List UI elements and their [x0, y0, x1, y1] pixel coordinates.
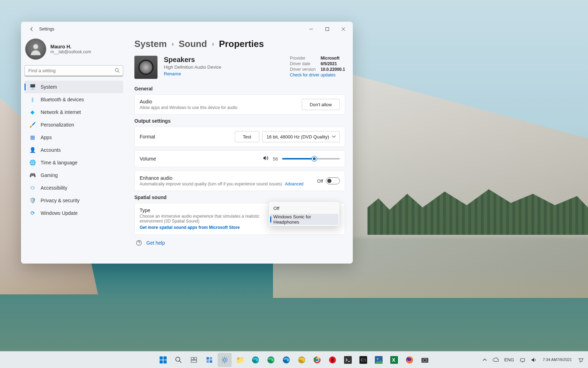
crumb-system[interactable]: System: [134, 39, 167, 49]
taskbar-app-excel[interactable]: X: [387, 353, 401, 367]
speaker-icon: [134, 56, 158, 79]
system-tray: ENG 7:34 AM 7/9/2021: [481, 353, 588, 367]
help-row: Get help: [134, 240, 345, 246]
back-button[interactable]: [27, 24, 37, 34]
svg-rect-8: [191, 360, 197, 362]
close-button[interactable]: [335, 23, 351, 35]
search-input[interactable]: [24, 65, 123, 76]
sidebar: Mauro H. m__lab@outlook.com 🖥️SystemᛒBlu…: [21, 36, 127, 264]
taskbar-app-edge-dev[interactable]: [264, 353, 278, 367]
chrome-icon: [313, 356, 321, 364]
taskbar-app-edge-canary[interactable]: [295, 353, 309, 367]
nav-label: Windows Update: [41, 210, 78, 216]
rename-link[interactable]: Rename: [164, 71, 181, 76]
taskbar-app-cmd[interactable]: C:\: [356, 353, 370, 367]
nav-label: Apps: [41, 135, 52, 140]
svg-rect-34: [520, 359, 525, 361]
terminal-icon: [344, 356, 352, 364]
tray-network[interactable]: [518, 353, 527, 367]
nav-label: System: [41, 84, 57, 90]
sidebar-item-personalization[interactable]: 🖌️Personalization: [24, 118, 123, 131]
menu-item-windows-sonic[interactable]: Windows Sonic for Headphones: [270, 214, 338, 225]
taskbar-app-terminal[interactable]: [341, 353, 355, 367]
taskbar-app-chrome[interactable]: [310, 353, 324, 367]
crumb-sound[interactable]: Sound: [179, 39, 207, 49]
nav-label: Accounts: [41, 147, 61, 153]
svg-rect-7: [194, 357, 197, 360]
tray-onedrive[interactable]: [490, 353, 501, 367]
test-button[interactable]: Test: [235, 131, 259, 142]
tray-overflow[interactable]: [481, 353, 489, 367]
sidebar-item-apps[interactable]: ▦Apps: [24, 131, 123, 144]
user-card[interactable]: Mauro H. m__lab@outlook.com: [24, 36, 123, 64]
enhance-toggle[interactable]: [326, 177, 340, 184]
card-enhance-audio: Enhance audio Automatically improve soun…: [134, 171, 345, 191]
sidebar-item-accounts[interactable]: 👤Accounts: [24, 144, 123, 156]
start-button[interactable]: [156, 353, 170, 367]
minimize-icon: [309, 27, 313, 31]
dont-allow-button[interactable]: Don't allow: [302, 99, 340, 110]
taskbar-app-settings[interactable]: [218, 353, 232, 367]
crumb-properties: Properties: [219, 39, 264, 49]
edge-canary-icon: [298, 356, 306, 364]
sidebar-item-time-language[interactable]: 🌐Time & language: [24, 156, 123, 169]
advanced-link[interactable]: Advanced: [285, 182, 303, 186]
svg-point-22: [331, 357, 334, 363]
nav-icon: ▦: [29, 134, 36, 141]
sidebar-item-privacy-security[interactable]: 🛡️Privacy & security: [24, 194, 123, 207]
chevron-down-icon: [332, 135, 336, 140]
maximize-button[interactable]: [319, 23, 335, 35]
svg-rect-6: [191, 357, 194, 360]
sidebar-item-bluetooth-devices[interactable]: ᛒBluetooth & devices: [24, 93, 123, 106]
opera-icon: [329, 356, 336, 364]
sidebar-item-system[interactable]: 🖥️System: [24, 81, 123, 93]
taskbar-app-explorer[interactable]: 📁: [233, 353, 247, 367]
svg-point-5: [176, 357, 180, 361]
svg-text:X: X: [392, 357, 396, 363]
section-spatial: Spatial sound: [134, 195, 345, 200]
taskbar-app-opera[interactable]: [326, 353, 340, 367]
svg-rect-23: [344, 356, 352, 364]
cloud-icon: [492, 357, 499, 363]
svg-point-1: [33, 44, 38, 49]
nav-label: Gaming: [41, 172, 58, 178]
tray-volume[interactable]: [529, 353, 539, 367]
volume-icon[interactable]: [262, 155, 269, 163]
volume-slider[interactable]: [282, 158, 340, 159]
photos-icon: [375, 356, 383, 364]
tray-notifications[interactable]: [576, 353, 586, 367]
nav-icon: 🌐: [29, 159, 36, 166]
search-icon: [175, 356, 182, 363]
nav-icon: 🛡️: [29, 197, 36, 204]
widgets[interactable]: [202, 353, 216, 367]
edge-icon: [252, 356, 259, 364]
store-link[interactable]: Get more spatial sound apps from Microso…: [140, 225, 240, 230]
sidebar-item-gaming[interactable]: 🎮Gaming: [24, 169, 123, 182]
device-subtitle: High Definition Audio Device: [164, 64, 284, 70]
taskbar-app-photos[interactable]: [372, 353, 386, 367]
titlebar: Settings: [21, 22, 353, 36]
taskbar-app-edge[interactable]: [248, 353, 262, 367]
nav-label: Privacy & security: [41, 198, 79, 203]
sidebar-item-accessibility[interactable]: ⦵Accessibility: [24, 182, 123, 194]
taskbar-search[interactable]: [172, 353, 186, 367]
notifications-icon: [578, 357, 584, 363]
taskbar-app-edge-beta[interactable]: [279, 353, 293, 367]
taskbar-app-firefox[interactable]: [402, 353, 416, 367]
taskbar-app-camera[interactable]: [418, 353, 432, 367]
minimize-button[interactable]: [303, 23, 319, 35]
sidebar-item-network-internet[interactable]: ◆Network & internet: [24, 106, 123, 118]
get-help-link[interactable]: Get help: [146, 240, 165, 246]
tray-clock[interactable]: 7:34 AM 7/9/2021: [540, 353, 575, 367]
folder-icon: 📁: [236, 356, 245, 364]
cmd-icon: C:\: [359, 356, 367, 364]
sidebar-item-windows-update[interactable]: ⟳Windows Update: [24, 207, 123, 219]
format-dropdown[interactable]: 16 bit, 48000 Hz (DVD Quality): [262, 131, 340, 142]
nav-label: Personalization: [41, 122, 74, 128]
tray-language[interactable]: ENG: [502, 353, 516, 367]
svg-point-27: [377, 358, 378, 360]
windows-logo-icon: [160, 356, 167, 363]
check-driver-updates-link[interactable]: Check for driver updates: [290, 73, 336, 77]
task-view[interactable]: [187, 353, 201, 367]
menu-item-off[interactable]: Off: [270, 203, 338, 214]
